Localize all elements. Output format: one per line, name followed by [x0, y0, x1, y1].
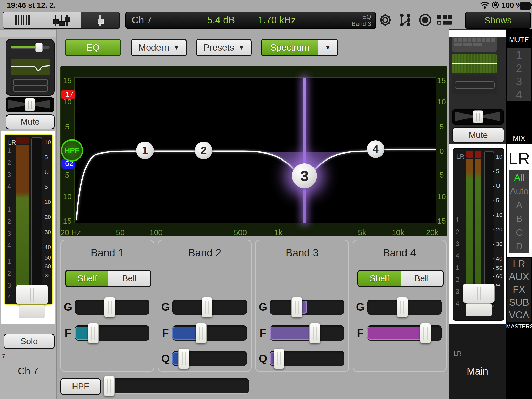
slider-handle[interactable]	[202, 297, 212, 317]
channel-info-bar[interactable]: Ch 7 -5.4 dB 1.70 kHz EQ Band 3	[125, 12, 376, 29]
band4-freq-slider[interactable]: F	[353, 325, 446, 341]
eq-band-node[interactable]: 3	[292, 163, 317, 188]
mix-mode-item[interactable]: C	[516, 227, 522, 238]
gear-icon	[378, 13, 393, 27]
status-date: st 12. 2.	[28, 1, 56, 10]
freq-axis-label: 50	[116, 228, 124, 237]
band1-shelf-button[interactable]: Shelf	[66, 271, 108, 286]
presets-dropdown[interactable]: Presets ▼	[196, 39, 252, 56]
band4-bell-button[interactable]: Bell	[401, 271, 443, 286]
record-button[interactable]	[417, 12, 433, 28]
geq-preview[interactable]	[452, 54, 497, 73]
spectrum-toggle[interactable]: Spectrum	[262, 40, 318, 55]
slider-handle[interactable]	[196, 323, 207, 343]
mix-mode-item[interactable]: All	[514, 172, 524, 183]
bus-group-item[interactable]: FX	[513, 284, 526, 295]
band1-freq-slider[interactable]: F	[61, 325, 154, 341]
bus-group-item[interactable]: LR	[513, 258, 526, 270]
view-mixer-button[interactable]	[42, 12, 81, 28]
main-fader-handle[interactable]	[463, 284, 495, 303]
meter-tick-label: 60	[493, 273, 502, 280]
meter-scale-number: 1	[7, 147, 11, 155]
band3-q-slider[interactable]: Q	[256, 351, 348, 366]
main-strip-footer: LR Main	[449, 324, 506, 399]
meter-scale-number: 4	[456, 252, 459, 260]
hpf-node-label: HPF	[65, 146, 79, 155]
pan-knob[interactable]	[25, 98, 35, 111]
solo-button[interactable]: Solo	[4, 334, 55, 349]
band3-freq-slider[interactable]: F	[256, 325, 348, 341]
eq-band-node[interactable]: 2	[195, 142, 212, 159]
settings-button[interactable]	[377, 12, 393, 28]
routing-button[interactable]	[397, 12, 413, 28]
spectrum-options-button[interactable]: ▼	[318, 40, 337, 55]
band4-shelf-button[interactable]: Shelf	[358, 271, 401, 286]
eq-mode-dropdown[interactable]: Modern ▼	[131, 39, 187, 56]
eq-tab-button[interactable]: EQ	[65, 39, 121, 56]
view-switcher	[3, 12, 120, 29]
channel-fader-skirt	[19, 305, 45, 318]
record-icon	[418, 13, 432, 27]
band2-freq-slider[interactable]: F	[158, 325, 251, 341]
slider-handle[interactable]	[291, 297, 302, 317]
level-meter-bar	[16, 145, 29, 301]
pan-knob[interactable]	[473, 110, 483, 123]
mix-selector: LR AllAutoABCD	[507, 144, 532, 257]
pan-control[interactable]	[6, 97, 54, 112]
band3-crosshair[interactable]	[303, 78, 306, 223]
band3-gain-slider[interactable]: G	[256, 300, 348, 315]
mix-mode-item[interactable]: A	[516, 200, 522, 210]
solo-label: Solo	[21, 336, 38, 346]
channel-process-preview[interactable]	[6, 39, 55, 96]
meter-tick-label: 5	[41, 154, 48, 161]
freq-axis-label: 1k	[274, 228, 282, 237]
view-meters-button[interactable]	[3, 12, 42, 28]
mix-mode-list: AllAutoABCD	[509, 170, 529, 253]
mute-group-button[interactable]: 4	[516, 89, 522, 101]
mute-group-button[interactable]: 3	[516, 75, 522, 88]
bus-group-item[interactable]: AUX	[509, 271, 529, 282]
slider-handle[interactable]	[104, 376, 115, 396]
slider-handle[interactable]	[104, 297, 115, 317]
mute-group-button[interactable]: 2	[516, 62, 522, 75]
bus-group-item[interactable]: SUB	[509, 297, 529, 308]
band2-gain-slider[interactable]: G	[158, 300, 251, 315]
gain-mini-slider	[11, 46, 50, 49]
band1-bell-button[interactable]: Bell	[108, 271, 150, 286]
channel-name: Ch 7	[132, 15, 152, 26]
meter-scale-number: 4	[456, 300, 459, 308]
main-pan-control[interactable]	[452, 109, 504, 125]
slider-handle[interactable]	[397, 297, 408, 317]
mix-mode-item[interactable]: D	[516, 241, 522, 251]
mix-mode-item[interactable]: Auto	[510, 186, 529, 196]
channel-fader-handle[interactable]	[16, 285, 48, 304]
node-number: 1	[142, 144, 148, 157]
layers-button[interactable]	[437, 12, 453, 28]
slider-handle[interactable]	[88, 323, 99, 343]
meter-tick-label: U	[41, 169, 49, 176]
slider-handle[interactable]	[420, 323, 431, 343]
bus-group-item[interactable]: VCA	[509, 310, 529, 321]
meter-source-label: LR	[456, 153, 464, 160]
selected-bus-label[interactable]: LR	[507, 149, 532, 168]
mute-group-button[interactable]: 1	[516, 49, 522, 61]
band1-title: Band 1	[61, 247, 154, 259]
single-fader-icon	[97, 15, 103, 26]
hpf-node[interactable]: HPF	[61, 139, 83, 162]
mix-mode-item[interactable]: B	[516, 214, 522, 224]
shows-button[interactable]: Shows	[465, 12, 531, 29]
band2-q-slider[interactable]: Q	[158, 351, 251, 366]
slider-handle[interactable]	[178, 349, 189, 369]
band1-gain-slider[interactable]: G	[61, 300, 154, 315]
status-time: 19:46	[7, 1, 26, 10]
slider-handle[interactable]	[274, 349, 284, 369]
mute-button-main[interactable]: Mute	[452, 127, 504, 143]
meter-scale-number: 2	[7, 217, 11, 225]
view-channel-button[interactable]	[81, 12, 119, 28]
eq-band-node[interactable]: 1	[136, 142, 154, 159]
slider-handle[interactable]	[309, 323, 320, 343]
mute-button-left[interactable]: Mute	[6, 114, 55, 129]
band4-gain-slider[interactable]: G	[353, 300, 446, 315]
hpf-frequency-slider[interactable]	[92, 378, 249, 393]
eq-band-node[interactable]: 4	[367, 140, 384, 158]
